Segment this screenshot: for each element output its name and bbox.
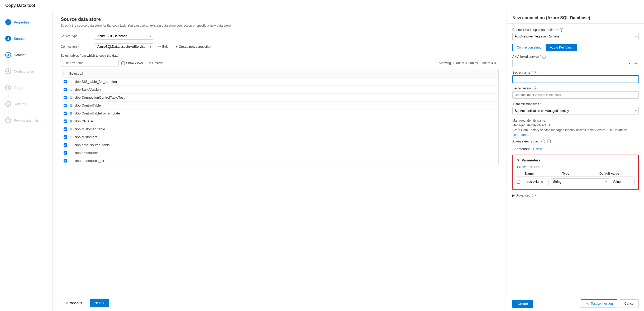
select-all-checkbox[interactable] (64, 72, 67, 75)
azure-key-vault-tab[interactable]: Azure Key Vault (546, 44, 576, 51)
table-name-0: dbo.BIG_table_for_partition (75, 80, 117, 84)
connection-string-tab[interactable]: Connection string (513, 44, 546, 51)
secret-version-input[interactable] (512, 91, 639, 99)
table-row[interactable]: ⊞ dbo.CRSTAT (61, 117, 498, 125)
sidebar-item-properties[interactable]: ✓ Properties (0, 17, 53, 28)
refresh-button[interactable]: ↻ Refresh (145, 60, 166, 66)
secret-name-input[interactable]: @linkedService().secreName (512, 75, 639, 83)
sidebar-item-label-configuration: Configuration (14, 69, 34, 73)
table-row[interactable]: ⊞ dbo.BIG_table_for_partition (61, 78, 498, 86)
table-row[interactable]: ⊞ dbo.ControlTable (61, 102, 498, 109)
create-new-connection-button[interactable]: + Create new connection (173, 43, 214, 50)
akv-select-wrap[interactable] (512, 60, 632, 67)
parameters-title: Parameters (522, 158, 540, 162)
table-row[interactable]: ⊞ dbo.customer_table (61, 125, 498, 133)
add-annotation-button[interactable]: + New (533, 147, 542, 151)
parameters-section: ▼ Parameters + New 🗑 Delete (512, 155, 639, 190)
table-checkbox-7[interactable] (64, 135, 67, 139)
right-panel-footer: Create 🔧 Test connection Cancel (507, 296, 644, 311)
connection-select-wrap[interactable]: AzureSQLDatabaseLinkedService (95, 43, 153, 50)
secret-version-info-icon[interactable]: i (534, 87, 537, 90)
connect-via-select-wrap[interactable]: AutoResolveIntegrationRuntime (512, 33, 639, 40)
akv-edit-button[interactable]: ✏ (633, 61, 639, 65)
akv-info-icon[interactable]: i (542, 55, 546, 59)
table-row[interactable]: ⊞ dbo.customers (61, 133, 498, 141)
params-table-header: Name Type Default value (517, 172, 635, 177)
params-name-col: Name (525, 172, 560, 175)
table-row[interactable]: ⊞ dbo.data_source_table (61, 141, 498, 149)
show-views-checkbox-label[interactable]: Show views (121, 61, 143, 65)
sidebar-item-source[interactable]: 2 Source (0, 33, 53, 44)
parameters-header[interactable]: ▼ Parameters (517, 158, 635, 162)
secret-info-icon[interactable]: i (534, 71, 537, 74)
always-encrypted-checkbox[interactable] (547, 140, 551, 143)
always-encrypted-info-icon[interactable]: i (541, 140, 545, 143)
cancel-button[interactable]: Cancel (620, 299, 639, 308)
akv-select[interactable] (512, 60, 632, 67)
external-link-icon: ↗ (529, 133, 532, 136)
grid-icon-10: ⊞ (69, 159, 73, 163)
table-list-header: Select all (61, 69, 498, 78)
connect-via-select[interactable]: AutoResolveIntegrationRuntime (512, 33, 639, 40)
source-type-row: Source type Azure SQL Database (61, 33, 499, 40)
table-row[interactable]: ⊞ dbo.ControlTableForTemplate (61, 109, 498, 117)
table-toolbar: Show views ↻ Refresh Showing 39 out of 3… (61, 60, 499, 66)
param-type-select-wrap-0[interactable]: String (551, 178, 609, 185)
next-button[interactable]: Next > (90, 299, 109, 307)
edit-connection-button[interactable]: ✏ Edit (155, 43, 171, 50)
table-checkbox-4[interactable] (64, 112, 67, 115)
advanced-label: Advanced (516, 194, 530, 197)
source-type-select-wrap[interactable]: Azure SQL Database (95, 33, 153, 40)
param-name-input-0[interactable] (525, 179, 549, 185)
annotations-row: Annotations + New (512, 147, 639, 151)
advanced-row[interactable]: ▶ Advanced i (512, 194, 639, 197)
create-button[interactable]: Create (512, 300, 533, 308)
grid-icon-3: ⊞ (69, 104, 73, 107)
connect-via-info-icon[interactable]: i (560, 28, 563, 32)
chevron-right-icon: ▶ (512, 194, 515, 197)
connection-select[interactable]: AzureSQLDatabaseLinkedService (95, 43, 153, 50)
test-connection-button[interactable]: 🔧 Test connection (581, 299, 617, 308)
secret-version-label: Secret version i (512, 87, 639, 90)
param-type-select-0[interactable]: String (551, 178, 609, 185)
table-checkbox-6[interactable] (64, 127, 67, 131)
sidebar-item-label-review: Review and finish (14, 118, 41, 122)
auth-type-select-wrap[interactable]: Sql Authentication or Managed Identity (512, 107, 639, 114)
table-checkbox-3[interactable] (64, 104, 67, 107)
param-default-input-0[interactable] (611, 179, 635, 185)
right-panel-header: New connection (Azure SQL Database) (507, 11, 644, 24)
auth-type-select[interactable]: Sql Authentication or Managed Identity (512, 107, 639, 114)
param-checkbox-0[interactable] (517, 180, 520, 184)
table-checkbox-5[interactable] (64, 119, 67, 123)
previous-button[interactable]: < Previous (61, 299, 87, 307)
source-type-select[interactable]: Azure SQL Database (95, 33, 153, 40)
delete-param-button[interactable]: 🗑 Delete (530, 165, 543, 169)
table-checkbox-9[interactable] (64, 151, 67, 155)
table-row[interactable]: ⊞ dbo.datasource (61, 149, 498, 157)
always-encrypted-label: Always encrypted (512, 139, 539, 143)
table-checkbox-10[interactable] (64, 159, 67, 162)
params-default-col: Default value (599, 172, 635, 175)
show-views-checkbox[interactable] (121, 61, 125, 65)
grid-icon-5: ⊞ (69, 119, 73, 123)
connector-2 (8, 44, 8, 49)
chevron-down-icon: ▼ (517, 158, 520, 162)
grid-icon-6: ⊞ (69, 127, 73, 131)
table-row[interactable]: ⊞ dbo.ConnectionControlTableTest (61, 94, 498, 102)
filter-input[interactable] (61, 60, 119, 66)
table-row[interactable]: ⊞ dbo.datasource_pk (61, 157, 498, 165)
table-checkbox-8[interactable] (64, 143, 67, 147)
sidebar-item-configuration: 4 Configuration (0, 66, 53, 77)
new-param-button[interactable]: + New (517, 165, 526, 169)
sidebar-item-label-properties: Properties (14, 20, 29, 24)
table-checkbox-0[interactable] (64, 80, 67, 83)
step-circle-dataset: 3 (5, 52, 11, 58)
sidebar-item-review: 7 Review and finish (0, 115, 53, 126)
table-checkbox-2[interactable] (64, 96, 67, 99)
sidebar-item-dataset[interactable]: 3 Dataset (0, 49, 53, 60)
table-row[interactable]: ⊞ dbo.BuildVersion (61, 86, 498, 94)
advanced-info-icon[interactable]: i (532, 194, 536, 197)
table-checkbox-1[interactable] (64, 88, 67, 91)
learn-more-link[interactable]: Learn more (512, 133, 528, 137)
table-name-10: dbo.datasource_pk (75, 159, 104, 163)
